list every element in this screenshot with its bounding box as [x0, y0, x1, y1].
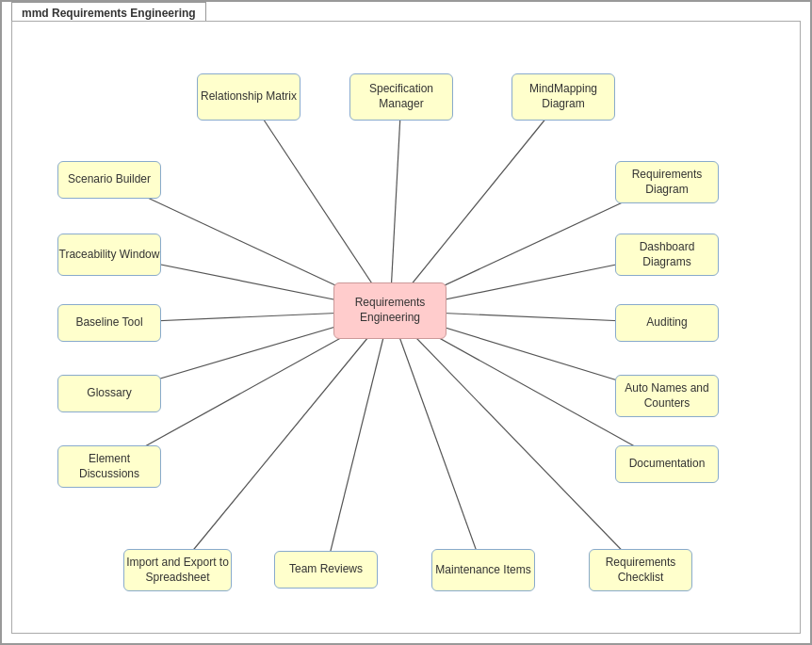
- node-requirements-diagram[interactable]: Requirements Diagram: [615, 161, 719, 203]
- node-requirements-checklist[interactable]: Requirements Checklist: [589, 549, 692, 591]
- center-node[interactable]: Requirements Engineering: [333, 282, 447, 339]
- svg-line-14: [326, 311, 390, 570]
- node-auto-names-counters[interactable]: Auto Names and Counters: [615, 375, 719, 417]
- node-maintenance-items[interactable]: Maintenance Items: [431, 549, 535, 591]
- node-relationship-matrix[interactable]: Relationship Matrix: [197, 73, 300, 121]
- svg-line-0: [249, 97, 390, 311]
- node-documentation[interactable]: Documentation: [615, 445, 719, 483]
- node-team-reviews[interactable]: Team Reviews: [274, 551, 378, 589]
- node-element-discussions[interactable]: Element Discussions: [57, 445, 161, 488]
- svg-line-1: [390, 97, 401, 311]
- node-mindmapping-diagram[interactable]: MindMapping Diagram: [512, 73, 615, 121]
- node-specification-manager[interactable]: Specification Manager: [349, 73, 453, 121]
- node-glossary[interactable]: Glossary: [57, 375, 161, 412]
- svg-line-13: [177, 311, 390, 570]
- node-dashboard-diagrams[interactable]: Dashboard Diagrams: [615, 234, 719, 276]
- node-import-export[interactable]: Import and Export to Spreadsheet: [123, 549, 232, 591]
- diagram-area: Requirements Engineering Relationship Ma…: [11, 21, 801, 634]
- node-traceability-window[interactable]: Traceability Window: [57, 234, 161, 276]
- node-baseline-tool[interactable]: Baseline Tool: [57, 304, 161, 342]
- svg-line-15: [390, 311, 483, 570]
- svg-line-2: [390, 97, 563, 311]
- main-window: mmd Requirements Engineering: [0, 0, 812, 645]
- node-scenario-builder[interactable]: Scenario Builder: [57, 161, 161, 199]
- svg-line-16: [390, 311, 641, 570]
- node-auditing[interactable]: Auditing: [615, 304, 719, 342]
